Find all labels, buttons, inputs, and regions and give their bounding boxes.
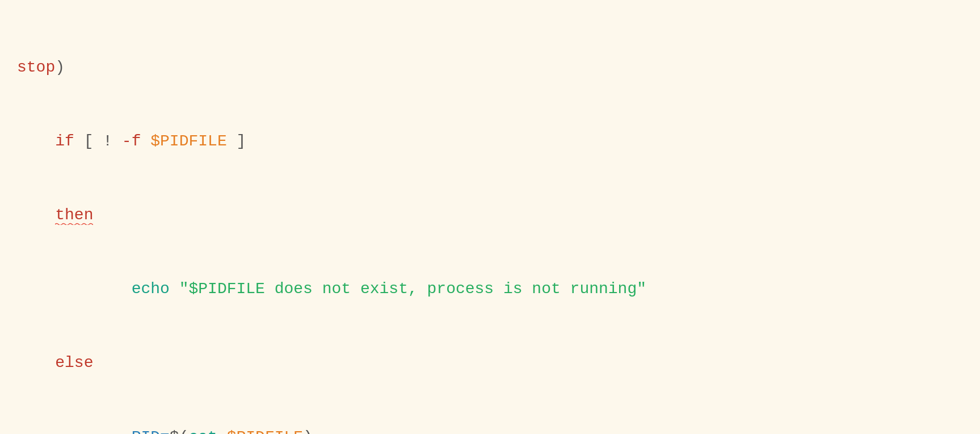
line-then: then	[17, 203, 963, 227]
code-block: stop) if [ ! -f $PIDFILE ] then echo "$P…	[17, 6, 963, 434]
line-pid: PID=$(cat $PIDFILE)	[17, 425, 963, 434]
line-echo1: echo "$PIDFILE does not exist, process i…	[17, 277, 963, 301]
line-stop: stop)	[17, 55, 963, 80]
line-if: if [ ! -f $PIDFILE ]	[17, 129, 963, 153]
line-else: else	[17, 350, 963, 375]
